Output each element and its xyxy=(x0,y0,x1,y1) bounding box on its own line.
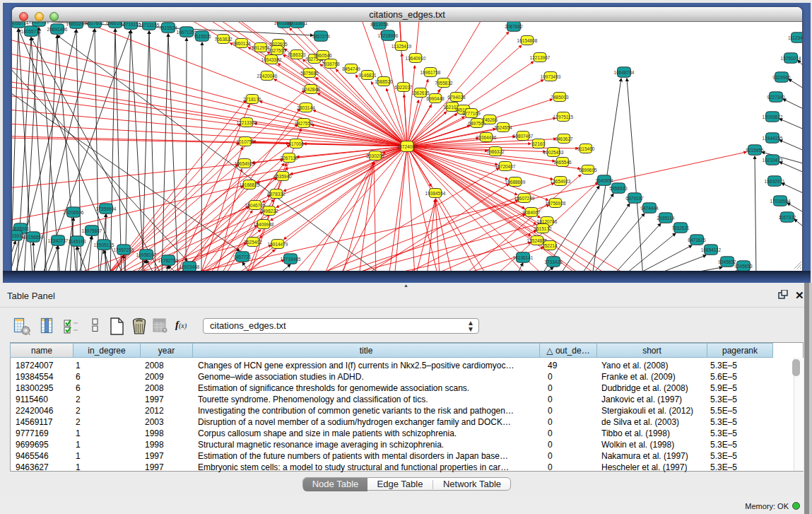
svg-text:18607249: 18607249 xyxy=(514,196,535,201)
svg-text:9463627: 9463627 xyxy=(555,136,573,141)
svg-text:18756928: 18756928 xyxy=(546,201,566,206)
svg-text:2936768: 2936768 xyxy=(322,62,340,66)
svg-text:16958107: 16958107 xyxy=(136,252,157,257)
svg-text:9227343: 9227343 xyxy=(767,95,785,100)
svg-text:10807467: 10807467 xyxy=(513,134,534,139)
svg-text:15716485: 15716485 xyxy=(281,257,301,262)
svg-text:8471626: 8471626 xyxy=(688,238,706,243)
svg-text:2330203: 2330203 xyxy=(366,153,384,158)
svg-text:1640954: 1640954 xyxy=(595,178,613,183)
svg-text:9327505: 9327505 xyxy=(268,48,286,53)
svg-text:18724007: 18724007 xyxy=(397,144,418,149)
svg-text:2718176: 2718176 xyxy=(243,97,261,102)
svg-text:7625402: 7625402 xyxy=(244,240,262,245)
svg-text:15409948: 15409948 xyxy=(254,222,274,227)
svg-text:3267110: 3267110 xyxy=(281,156,298,160)
svg-text:3498222: 3498222 xyxy=(260,209,278,214)
svg-text:15046705: 15046705 xyxy=(245,203,266,208)
svg-text:2803144: 2803144 xyxy=(297,105,315,110)
svg-text:7986322: 7986322 xyxy=(486,149,505,154)
svg-text:7485003: 7485003 xyxy=(551,95,569,100)
svg-text:22420046: 22420046 xyxy=(257,74,278,78)
svg-text:7515526: 7515526 xyxy=(193,34,211,39)
svg-text:9860546: 9860546 xyxy=(314,53,332,58)
svg-text:11123456: 11123456 xyxy=(788,35,802,40)
svg-text:8215955: 8215955 xyxy=(746,148,764,153)
svg-text:16961758: 16961758 xyxy=(420,70,441,75)
svg-text:8912954: 8912954 xyxy=(252,45,270,50)
svg-text:8454749: 8454749 xyxy=(342,66,360,71)
svg-text:16154808: 16154808 xyxy=(517,38,538,43)
svg-text:8878332: 8878332 xyxy=(267,192,286,197)
svg-text:19654923: 19654923 xyxy=(235,161,255,166)
svg-text:12342737: 12342737 xyxy=(48,238,69,243)
svg-text:1010755: 1010755 xyxy=(236,139,254,144)
svg-text:5875685: 5875685 xyxy=(300,71,319,76)
svg-text:12213303: 12213303 xyxy=(237,120,257,125)
svg-text:7663822: 7663822 xyxy=(214,37,233,42)
svg-text:14136141: 14136141 xyxy=(513,255,534,260)
svg-text:17957255: 17957255 xyxy=(114,247,134,252)
svg-text:2087682: 2087682 xyxy=(505,24,523,29)
svg-text:6990448: 6990448 xyxy=(426,96,445,101)
svg-text:1167332: 1167332 xyxy=(779,215,796,220)
svg-text:12156859: 12156859 xyxy=(23,235,44,240)
svg-text:10688609: 10688609 xyxy=(505,180,526,185)
svg-text:10973493: 10973493 xyxy=(541,74,561,79)
svg-text:16914479: 16914479 xyxy=(268,242,288,247)
svg-text:13975887: 13975887 xyxy=(82,228,102,233)
svg-text:10025453: 10025453 xyxy=(543,150,564,155)
svg-text:12975115: 12975115 xyxy=(553,115,574,119)
svg-text:16543382: 16543382 xyxy=(261,57,282,62)
svg-text:9474444: 9474444 xyxy=(640,206,659,211)
svg-text:1588520: 1588520 xyxy=(375,79,393,84)
svg-text:20206506: 20206506 xyxy=(64,210,84,215)
svg-text:19166825: 19166825 xyxy=(240,182,260,187)
svg-text:15751074: 15751074 xyxy=(781,56,801,61)
svg-text:12923468: 12923468 xyxy=(180,264,200,269)
svg-text:7955812: 7955812 xyxy=(435,81,453,86)
svg-text:6899695: 6899695 xyxy=(579,168,597,173)
svg-text:9860124: 9860124 xyxy=(233,41,251,46)
svg-text:1615172: 1615172 xyxy=(534,226,552,231)
svg-text:16648784: 16648784 xyxy=(614,70,635,75)
svg-text:19218906: 19218906 xyxy=(378,33,399,38)
svg-text:15720407: 15720407 xyxy=(495,164,516,169)
svg-text:9245653: 9245653 xyxy=(734,264,753,269)
svg-text:2935114: 2935114 xyxy=(657,216,675,221)
svg-text:9245652: 9245652 xyxy=(718,259,736,264)
svg-text:12213967: 12213967 xyxy=(530,55,551,60)
svg-text:4535940: 4535940 xyxy=(273,174,292,179)
svg-text:252214: 252214 xyxy=(542,243,558,248)
svg-text:746266: 746266 xyxy=(482,117,498,122)
svg-text:1145193: 1145193 xyxy=(69,239,86,244)
svg-text:19384554: 19384554 xyxy=(425,191,446,196)
svg-text:10654112: 10654112 xyxy=(701,247,722,252)
svg-text:8186323: 8186323 xyxy=(288,52,306,57)
svg-text:12093872: 12093872 xyxy=(763,115,783,119)
svg-text:19387921: 19387921 xyxy=(29,22,49,24)
svg-text:9115460: 9115460 xyxy=(577,146,595,151)
svg-text:417006: 417006 xyxy=(288,141,304,146)
svg-text:12505135: 12505135 xyxy=(94,243,114,247)
svg-text:9242848: 9242848 xyxy=(302,87,320,92)
svg-text:6794028: 6794028 xyxy=(447,95,466,100)
svg-text:17016504: 17016504 xyxy=(770,199,791,204)
svg-text:20691406: 20691406 xyxy=(47,27,68,32)
svg-text:6322037: 6322037 xyxy=(394,85,413,90)
svg-text:9777169: 9777169 xyxy=(462,111,481,116)
svg-text:16713155: 16713155 xyxy=(139,23,160,28)
svg-text:3624554: 3624554 xyxy=(494,125,512,130)
svg-text:12444155: 12444155 xyxy=(763,136,783,141)
svg-text:17359904: 17359904 xyxy=(96,206,117,211)
svg-text:9457721: 9457721 xyxy=(233,255,252,259)
svg-text:16782759: 16782759 xyxy=(158,258,179,263)
svg-text:14055714: 14055714 xyxy=(12,22,29,25)
svg-text:10853267: 10853267 xyxy=(66,22,87,26)
svg-text:16033811: 16033811 xyxy=(288,22,308,25)
svg-text:8813054: 8813054 xyxy=(370,22,389,27)
svg-text:7832621: 7832621 xyxy=(671,226,690,230)
svg-text:20364436: 20364436 xyxy=(476,135,497,140)
svg-text:9146821: 9146821 xyxy=(358,73,377,78)
svg-text:9465546: 9465546 xyxy=(553,160,572,165)
